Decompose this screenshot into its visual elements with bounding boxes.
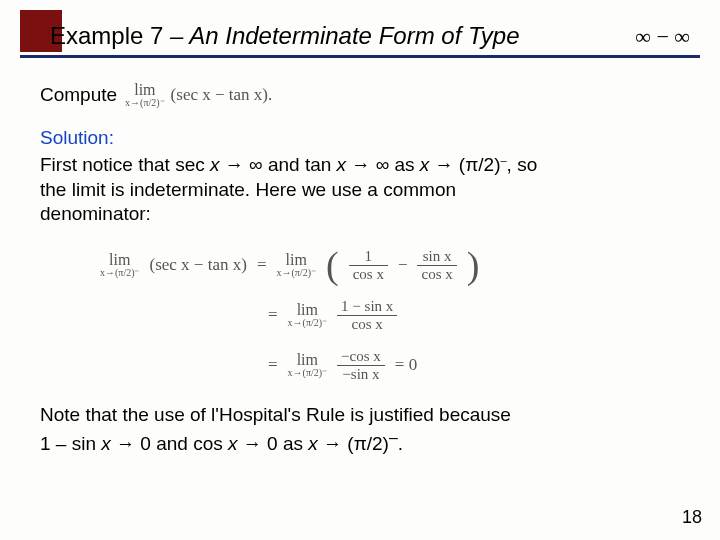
page-number: 18 — [682, 507, 702, 528]
compute-limit: lim x→(π/2)⁻ (sec x − tan x). — [125, 82, 272, 108]
title-text: Example 7 – An Indeterminate Form of Typ… — [50, 22, 520, 50]
title-underline — [20, 55, 700, 58]
math-row-3: = limx→(π/2)⁻ −cos x−sin x = 0 — [268, 345, 680, 385]
solution-label: Solution: — [40, 126, 680, 151]
solution-body: First notice that sec x → ∞ and tan x → … — [40, 153, 680, 227]
title-dash: – — [163, 22, 189, 49]
title-rest: An Indeterminate Form of Type — [189, 22, 519, 49]
title-math: ∞ − ∞ — [635, 24, 690, 50]
compute-line: Compute lim x→(π/2)⁻ (sec x − tan x). — [40, 82, 680, 108]
math-row-2: = limx→(π/2)⁻ 1 − sin xcos x — [268, 295, 680, 335]
note: Note that the use of l'Hospital's Rule i… — [40, 403, 680, 457]
content: Compute lim x→(π/2)⁻ (sec x − tan x). So… — [0, 62, 720, 457]
math-row-1: limx→(π/2)⁻ (sec x − tan x) = limx→(π/2)… — [100, 245, 680, 285]
example-number: Example 7 — [50, 22, 163, 49]
title-bar: Example 7 – An Indeterminate Form of Typ… — [0, 10, 720, 62]
math-derivation: limx→(π/2)⁻ (sec x − tan x) = limx→(π/2)… — [100, 245, 680, 385]
compute-label: Compute — [40, 83, 117, 108]
